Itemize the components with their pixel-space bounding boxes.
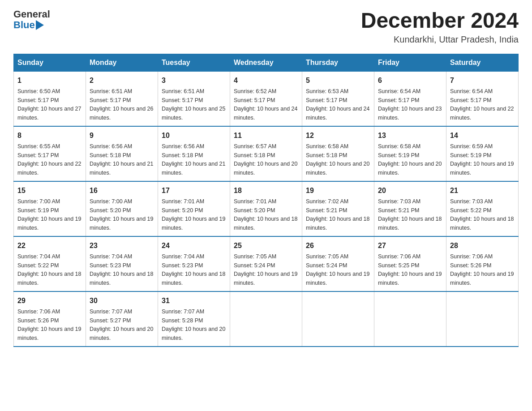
day-info: Sunrise: 6:54 AMSunset: 5:17 PMDaylight:… — [450, 88, 514, 121]
empty-cell — [446, 291, 519, 347]
week-row-3: 15 Sunrise: 7:00 AMSunset: 5:19 PMDaylig… — [14, 181, 519, 236]
day-cell-15: 15 Sunrise: 7:00 AMSunset: 5:19 PMDaylig… — [14, 181, 86, 236]
day-cell-8: 8 Sunrise: 6:55 AMSunset: 5:17 PMDayligh… — [14, 126, 86, 181]
day-info: Sunrise: 6:58 AMSunset: 5:19 PMDaylight:… — [378, 143, 442, 176]
day-cell-16: 16 Sunrise: 7:00 AMSunset: 5:20 PMDaylig… — [86, 181, 158, 236]
week-row-2: 8 Sunrise: 6:55 AMSunset: 5:17 PMDayligh… — [14, 126, 519, 181]
day-cell-21: 21 Sunrise: 7:03 AMSunset: 5:22 PMDaylig… — [446, 181, 519, 236]
day-cell-6: 6 Sunrise: 6:54 AMSunset: 5:17 PMDayligh… — [374, 71, 446, 126]
day-number: 30 — [90, 295, 154, 306]
day-cell-10: 10 Sunrise: 6:56 AMSunset: 5:18 PMDaylig… — [158, 126, 230, 181]
day-info: Sunrise: 6:53 AMSunset: 5:17 PMDaylight:… — [306, 88, 369, 121]
day-cell-23: 23 Sunrise: 7:04 AMSunset: 5:23 PMDaylig… — [86, 236, 158, 291]
empty-cell — [302, 291, 374, 347]
day-cell-17: 17 Sunrise: 7:01 AMSunset: 5:20 PMDaylig… — [158, 181, 230, 236]
day-number: 24 — [162, 240, 226, 251]
day-number: 11 — [234, 130, 298, 141]
calendar-title: December 2024 — [361, 9, 519, 33]
svg-marker-0 — [36, 20, 44, 30]
day-number: 21 — [450, 185, 515, 196]
day-number: 22 — [17, 240, 82, 251]
weekday-saturday: Saturday — [446, 54, 519, 71]
day-number: 27 — [378, 240, 442, 251]
day-cell-31: 31 Sunrise: 7:07 AMSunset: 5:28 PMDaylig… — [158, 291, 230, 347]
calendar-body: 1 Sunrise: 6:50 AMSunset: 5:17 PMDayligh… — [14, 71, 519, 347]
day-info: Sunrise: 6:54 AMSunset: 5:17 PMDaylight:… — [378, 88, 442, 121]
day-number: 19 — [306, 185, 370, 196]
logo-general-text: General — [13, 9, 50, 20]
weekday-row: SundayMondayTuesdayWednesdayThursdayFrid… — [14, 54, 519, 71]
day-info: Sunrise: 7:04 AMSunset: 5:22 PMDaylight:… — [17, 253, 81, 286]
day-number: 5 — [306, 75, 370, 86]
day-number: 28 — [450, 240, 515, 251]
day-cell-3: 3 Sunrise: 6:51 AMSunset: 5:17 PMDayligh… — [158, 71, 230, 126]
empty-cell — [374, 291, 446, 347]
day-info: Sunrise: 7:07 AMSunset: 5:28 PMDaylight:… — [162, 308, 225, 341]
day-cell-30: 30 Sunrise: 7:07 AMSunset: 5:27 PMDaylig… — [86, 291, 158, 347]
day-number: 2 — [90, 75, 154, 86]
day-info: Sunrise: 7:04 AMSunset: 5:23 PMDaylight:… — [162, 253, 225, 286]
day-info: Sunrise: 7:06 AMSunset: 5:25 PMDaylight:… — [378, 253, 442, 286]
day-info: Sunrise: 7:01 AMSunset: 5:20 PMDaylight:… — [162, 198, 225, 231]
day-info: Sunrise: 6:51 AMSunset: 5:17 PMDaylight:… — [90, 88, 153, 121]
day-number: 20 — [378, 185, 442, 196]
day-cell-7: 7 Sunrise: 6:54 AMSunset: 5:17 PMDayligh… — [446, 71, 519, 126]
day-number: 6 — [378, 75, 442, 86]
day-info: Sunrise: 7:04 AMSunset: 5:23 PMDaylight:… — [90, 253, 153, 286]
day-cell-1: 1 Sunrise: 6:50 AMSunset: 5:17 PMDayligh… — [14, 71, 86, 126]
day-info: Sunrise: 7:02 AMSunset: 5:21 PMDaylight:… — [306, 198, 369, 231]
day-info: Sunrise: 6:52 AMSunset: 5:17 PMDaylight:… — [234, 88, 297, 121]
day-info: Sunrise: 7:03 AMSunset: 5:21 PMDaylight:… — [378, 198, 442, 231]
day-cell-5: 5 Sunrise: 6:53 AMSunset: 5:17 PMDayligh… — [302, 71, 374, 126]
weekday-wednesday: Wednesday — [230, 54, 302, 71]
day-info: Sunrise: 7:00 AMSunset: 5:19 PMDaylight:… — [17, 198, 81, 231]
day-number: 4 — [234, 75, 298, 86]
day-cell-4: 4 Sunrise: 6:52 AMSunset: 5:17 PMDayligh… — [230, 71, 302, 126]
day-number: 23 — [90, 240, 154, 251]
day-info: Sunrise: 7:06 AMSunset: 5:26 PMDaylight:… — [17, 308, 81, 341]
weekday-monday: Monday — [86, 54, 158, 71]
week-row-4: 22 Sunrise: 7:04 AMSunset: 5:22 PMDaylig… — [14, 236, 519, 291]
day-info: Sunrise: 6:55 AMSunset: 5:17 PMDaylight:… — [17, 143, 81, 176]
day-cell-28: 28 Sunrise: 7:06 AMSunset: 5:26 PMDaylig… — [446, 236, 519, 291]
calendar-header: SundayMondayTuesdayWednesdayThursdayFrid… — [14, 54, 519, 71]
day-cell-22: 22 Sunrise: 7:04 AMSunset: 5:22 PMDaylig… — [14, 236, 86, 291]
day-number: 25 — [234, 240, 298, 251]
day-info: Sunrise: 6:58 AMSunset: 5:18 PMDaylight:… — [306, 143, 369, 176]
day-info: Sunrise: 6:56 AMSunset: 5:18 PMDaylight:… — [162, 143, 225, 176]
day-cell-18: 18 Sunrise: 7:01 AMSunset: 5:20 PMDaylig… — [230, 181, 302, 236]
day-number: 8 — [17, 130, 82, 141]
week-row-5: 29 Sunrise: 7:06 AMSunset: 5:26 PMDaylig… — [14, 291, 519, 347]
day-cell-12: 12 Sunrise: 6:58 AMSunset: 5:18 PMDaylig… — [302, 126, 374, 181]
day-number: 26 — [306, 240, 370, 251]
calendar-subtitle: Kundarkhi, Uttar Pradesh, India — [361, 34, 519, 45]
day-cell-20: 20 Sunrise: 7:03 AMSunset: 5:21 PMDaylig… — [374, 181, 446, 236]
day-cell-9: 9 Sunrise: 6:56 AMSunset: 5:18 PMDayligh… — [86, 126, 158, 181]
day-cell-19: 19 Sunrise: 7:02 AMSunset: 5:21 PMDaylig… — [302, 181, 374, 236]
day-info: Sunrise: 6:51 AMSunset: 5:17 PMDaylight:… — [162, 88, 225, 121]
day-info: Sunrise: 7:03 AMSunset: 5:22 PMDaylight:… — [450, 198, 514, 231]
day-info: Sunrise: 7:06 AMSunset: 5:26 PMDaylight:… — [450, 253, 514, 286]
day-info: Sunrise: 6:57 AMSunset: 5:18 PMDaylight:… — [234, 143, 297, 176]
logo-triangle-icon — [36, 20, 44, 30]
weekday-thursday: Thursday — [302, 54, 374, 71]
day-cell-29: 29 Sunrise: 7:06 AMSunset: 5:26 PMDaylig… — [14, 291, 86, 347]
weekday-friday: Friday — [374, 54, 446, 71]
calendar-table: SundayMondayTuesdayWednesdayThursdayFrid… — [13, 54, 519, 347]
day-info: Sunrise: 7:01 AMSunset: 5:20 PMDaylight:… — [234, 198, 297, 231]
day-info: Sunrise: 7:07 AMSunset: 5:27 PMDaylight:… — [90, 308, 153, 341]
day-info: Sunrise: 7:05 AMSunset: 5:24 PMDaylight:… — [306, 253, 369, 286]
day-cell-11: 11 Sunrise: 6:57 AMSunset: 5:18 PMDaylig… — [230, 126, 302, 181]
week-row-1: 1 Sunrise: 6:50 AMSunset: 5:17 PMDayligh… — [14, 71, 519, 126]
day-number: 29 — [17, 295, 82, 306]
weekday-tuesday: Tuesday — [158, 54, 230, 71]
day-number: 31 — [162, 295, 226, 306]
day-info: Sunrise: 6:56 AMSunset: 5:18 PMDaylight:… — [90, 143, 153, 176]
day-cell-25: 25 Sunrise: 7:05 AMSunset: 5:24 PMDaylig… — [230, 236, 302, 291]
day-cell-24: 24 Sunrise: 7:04 AMSunset: 5:23 PMDaylig… — [158, 236, 230, 291]
day-number: 3 — [162, 75, 226, 86]
day-cell-14: 14 Sunrise: 6:59 AMSunset: 5:19 PMDaylig… — [446, 126, 519, 181]
day-number: 15 — [17, 185, 82, 196]
day-info: Sunrise: 6:59 AMSunset: 5:19 PMDaylight:… — [450, 143, 514, 176]
logo-blue-text: Blue — [13, 20, 35, 30]
